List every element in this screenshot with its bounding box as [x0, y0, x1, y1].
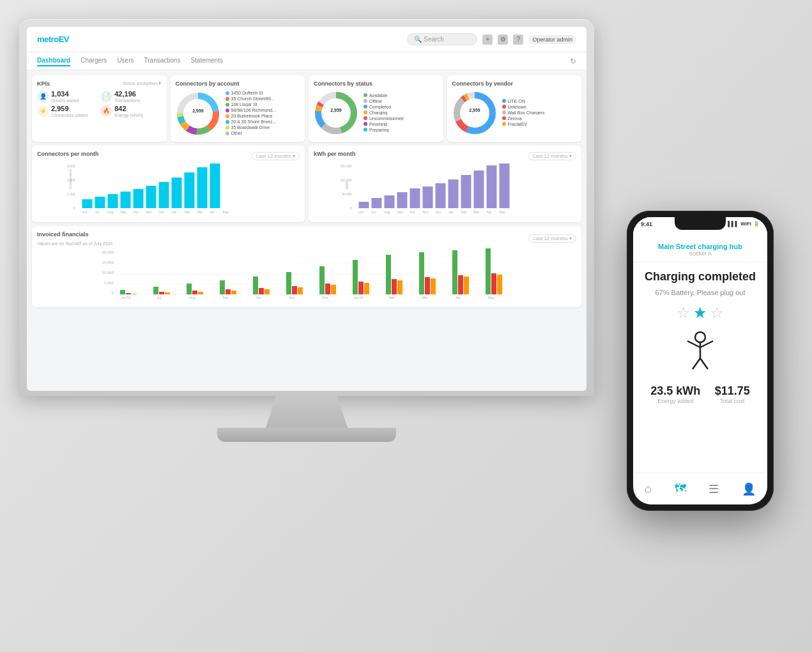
- svg-text:2,959: 2,959: [330, 108, 342, 113]
- svg-rect-90: [120, 290, 125, 294]
- charts-row: Connectors per month Last 12 months ▾ Co…: [32, 146, 581, 222]
- svg-rect-35: [210, 163, 220, 208]
- kpi-filter[interactable]: Since inception ▾: [123, 80, 161, 86]
- donut-status-chart: 2,959: [314, 91, 358, 135]
- help-icon[interactable]: ?: [513, 34, 523, 45]
- svg-rect-56: [397, 192, 408, 208]
- svg-rect-119: [431, 278, 436, 294]
- phone-nav-receipt[interactable]: ☰: [709, 482, 719, 496]
- star-3[interactable]: ☆: [710, 304, 724, 322]
- monitor-bezel: metroEV 🔍 Search + ⚙ ? Operator admin Da…: [19, 19, 594, 396]
- svg-text:Feb: Feb: [461, 210, 467, 214]
- settings-icon[interactable]: ⚙: [498, 34, 508, 45]
- kwh-month-filter[interactable]: Last 12 months ▾: [528, 152, 576, 160]
- phone-nav-home[interactable]: ⌂: [645, 482, 652, 496]
- energy-label: Energy (MWh): [114, 113, 143, 118]
- svg-text:2,959: 2,959: [192, 109, 204, 114]
- app-logo: metroEV: [37, 34, 69, 44]
- donut-account-chart: 2,959: [176, 91, 220, 136]
- svg-text:15,000: 15,000: [102, 261, 114, 264]
- transactions-icon: 📄: [100, 91, 112, 102]
- status-legend: Available Offline Completed Charging Unc…: [364, 93, 404, 133]
- svg-rect-34: [197, 167, 208, 208]
- svg-text:50,000: 50,000: [342, 192, 352, 196]
- svg-rect-32: [172, 178, 182, 208]
- cost-stat-value: $11.75: [715, 384, 750, 398]
- charging-title: Charging completed: [645, 270, 756, 284]
- refresh-icon[interactable]: ↻: [570, 57, 576, 66]
- svg-text:Aug: Aug: [108, 210, 114, 214]
- plus-icon[interactable]: +: [482, 34, 493, 45]
- svg-text:Jan: Jan: [448, 210, 454, 214]
- phone-nav-map[interactable]: 🗺: [675, 482, 686, 496]
- svg-rect-64: [500, 163, 510, 208]
- drivers-value: 1,034: [51, 91, 79, 98]
- connectors-month-header: Connectors per month Last 12 months ▾: [37, 151, 300, 161]
- svg-rect-28: [121, 192, 131, 208]
- svg-text:100,000: 100,000: [340, 178, 351, 182]
- svg-rect-124: [491, 273, 496, 294]
- connectors-value: 2,959: [51, 105, 88, 112]
- energy-stat-value: 23.5 kWh: [650, 384, 700, 398]
- cost-stat: $11.75 Total cost: [715, 384, 750, 404]
- nav-dashboard[interactable]: Dashboard: [37, 56, 70, 66]
- app-nav: Dashboard Chargers Users Transactions St…: [27, 52, 586, 70]
- svg-rect-30: [146, 186, 157, 208]
- svg-rect-113: [364, 283, 369, 294]
- svg-rect-107: [298, 287, 303, 294]
- svg-text:Sep: Sep: [397, 210, 403, 214]
- battery-icon: 🔋: [753, 221, 760, 227]
- star-2-active[interactable]: ★: [693, 304, 707, 322]
- nav-chargers[interactable]: Chargers: [80, 56, 107, 66]
- svg-rect-60: [448, 179, 459, 208]
- svg-text:Oct: Oct: [410, 210, 415, 214]
- svg-text:Dec: Dec: [159, 210, 165, 214]
- connectors-month-filter[interactable]: Last 12 months ▾: [252, 152, 300, 160]
- monitor: metroEV 🔍 Search + ⚙ ? Operator admin Da…: [19, 19, 594, 428]
- svg-rect-125: [497, 275, 502, 294]
- svg-rect-26: [95, 197, 105, 208]
- svg-rect-95: [165, 292, 170, 294]
- nav-statements[interactable]: Statements: [190, 56, 223, 66]
- star-1[interactable]: ☆: [677, 304, 691, 322]
- svg-text:Jul: Jul: [95, 210, 99, 214]
- svg-text:Feb: Feb: [389, 296, 395, 299]
- invoiced-note: Values are ex Tax/VAT as of July 2024: [37, 241, 112, 246]
- kpi-connectors: ⚡ 2,959 Connectors added: [37, 105, 98, 118]
- svg-text:Mar: Mar: [197, 210, 203, 214]
- svg-rect-105: [286, 272, 291, 294]
- monitor-screen: metroEV 🔍 Search + ⚙ ? Operator admin Da…: [27, 27, 586, 391]
- svg-text:Jun'23: Jun'23: [121, 296, 131, 299]
- search-bar[interactable]: 🔍 Search: [407, 33, 477, 45]
- svg-rect-54: [372, 198, 382, 208]
- svg-rect-99: [220, 280, 225, 294]
- nav-transactions[interactable]: Transactions: [144, 56, 181, 66]
- svg-rect-55: [385, 195, 395, 208]
- donut-vendor-wrapper: 2,959 LITE-ON Unknown Wall Box Chargers …: [452, 91, 577, 135]
- svg-rect-108: [319, 266, 325, 294]
- phone-nav-profile[interactable]: 👤: [742, 482, 756, 496]
- svg-text:Jul: Jul: [157, 296, 161, 299]
- svg-text:1,000: 1,000: [67, 192, 75, 196]
- svg-text:kWh: kWh: [345, 181, 349, 189]
- svg-rect-123: [486, 248, 491, 294]
- kpi-drivers: 👤 1,034 Drivers added: [37, 91, 98, 103]
- svg-rect-59: [436, 183, 446, 208]
- svg-text:Dec: Dec: [436, 210, 441, 214]
- kpi-title: KPIs Since inception ▾: [37, 80, 162, 87]
- nav-users[interactable]: Users: [117, 56, 134, 66]
- svg-rect-97: [192, 291, 197, 294]
- svg-rect-109: [325, 284, 330, 294]
- svg-rect-102: [253, 277, 258, 294]
- svg-rect-106: [292, 286, 297, 294]
- svg-rect-61: [461, 175, 471, 208]
- connectors-label: Connectors added: [51, 113, 88, 118]
- invoiced-filter[interactable]: Last 12 months ▾: [528, 234, 576, 243]
- svg-text:Jun: Jun: [359, 210, 364, 214]
- drivers-label: Drivers added: [51, 98, 79, 103]
- vendor-legend: LITE-ON Unknown Wall Box Chargers Zerova…: [502, 99, 545, 128]
- svg-text:Oct: Oct: [256, 296, 261, 299]
- invoiced-title: Invoiced financials: [37, 231, 112, 238]
- rating-stars[interactable]: ☆ ★ ☆: [677, 304, 724, 322]
- svg-text:0: 0: [73, 206, 75, 210]
